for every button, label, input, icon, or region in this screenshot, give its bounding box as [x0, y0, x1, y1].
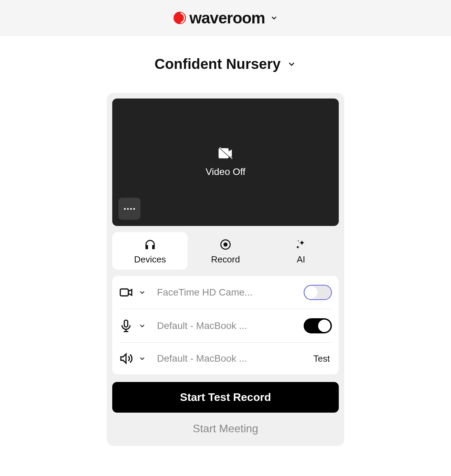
svg-point-4 [223, 242, 228, 247]
svg-rect-7 [124, 320, 128, 327]
video-preview: Video Off [112, 99, 339, 226]
more-options-button[interactable] [118, 198, 140, 220]
speaker-icon [119, 352, 133, 365]
speaker-test-button[interactable]: Test [311, 353, 332, 364]
start-meeting-button[interactable]: Start Meeting [112, 413, 339, 441]
chevron-down-icon[interactable] [138, 355, 146, 362]
tab-label: AI [297, 254, 305, 265]
microphone-row: Default - MacBook ... [119, 309, 332, 343]
brand-logo[interactable]: waveroom [173, 9, 265, 27]
device-panel: FaceTime HD Came... Default - MacBook ..… [112, 276, 339, 374]
speaker-row: Default - MacBook ... Test [119, 343, 332, 374]
tab-label: Devices [134, 254, 166, 265]
app-header: waveroom [0, 0, 451, 36]
chevron-down-icon[interactable] [287, 59, 296, 69]
tab-devices[interactable]: Devices [112, 232, 188, 270]
brand-logo-icon [173, 11, 187, 25]
room-title: Confident Nursery [155, 56, 281, 72]
sparkle-icon [295, 238, 307, 251]
chevron-down-icon[interactable] [138, 289, 146, 296]
camera-toggle[interactable] [304, 285, 332, 300]
headphones-icon [144, 238, 156, 251]
svg-point-5 [298, 240, 299, 241]
setup-card: Video Off Devices Record [107, 93, 344, 446]
tabs: Devices Record AI [112, 232, 339, 270]
microphone-device-name: Default - MacBook ... [157, 320, 298, 331]
brand-name: waveroom [189, 9, 265, 27]
microphone-toggle[interactable] [304, 318, 332, 333]
svg-rect-6 [120, 289, 128, 296]
room-title-row[interactable]: Confident Nursery [0, 56, 451, 72]
tab-ai[interactable]: AI [263, 232, 339, 270]
camera-row: FaceTime HD Came... [119, 276, 332, 309]
chevron-down-icon[interactable] [138, 322, 146, 330]
microphone-icon [119, 319, 133, 333]
video-status-label: Video Off [206, 166, 245, 177]
speaker-device-name: Default - MacBook ... [157, 353, 306, 364]
more-icon [124, 208, 135, 210]
start-test-record-button[interactable]: Start Test Record [112, 382, 339, 413]
chevron-down-icon[interactable] [270, 14, 278, 22]
camera-device-name: FaceTime HD Came... [157, 287, 298, 298]
record-icon [219, 238, 232, 251]
tab-record[interactable]: Record [188, 232, 263, 270]
tab-label: Record [211, 254, 240, 265]
video-off-icon [218, 147, 233, 159]
camera-icon [119, 286, 133, 299]
